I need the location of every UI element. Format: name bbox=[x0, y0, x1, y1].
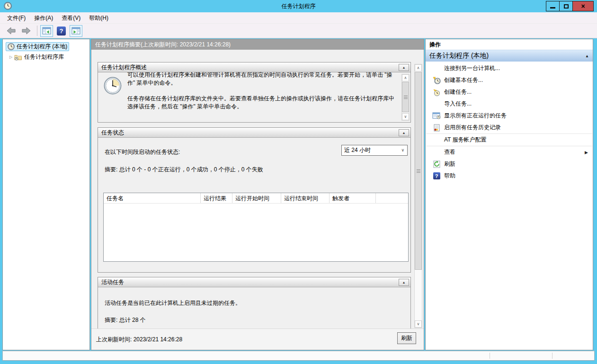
scheduler-clock-icon bbox=[8, 43, 15, 50]
close-button[interactable]: × bbox=[572, 1, 594, 11]
active-tasks-collapse-button[interactable]: ▲ bbox=[399, 279, 409, 286]
forward-arrow-icon bbox=[21, 27, 31, 35]
back-arrow-icon bbox=[7, 27, 16, 35]
period-dropdown[interactable]: 近 24 小时 ∨ bbox=[341, 145, 408, 156]
overview-scrollbar[interactable]: ∧ ∨ bbox=[401, 74, 410, 121]
main-scrollbar-thumb[interactable] bbox=[415, 72, 422, 270]
panes-container: 任务计划程序 (本地) ▷ 任务计划程序库 任务计划程序摘要(上次刷新时间: 2… bbox=[0, 39, 597, 350]
tree-item-label: 任务计划程序 (本地) bbox=[17, 43, 67, 51]
actions-group-title: 任务计划程序 (本地) bbox=[429, 52, 585, 60]
toggle-action-pane-button[interactable] bbox=[70, 25, 82, 37]
toggle-console-tree-button[interactable] bbox=[40, 25, 53, 37]
tree-item-label: 任务计划程序库 bbox=[24, 53, 64, 61]
action-import-task[interactable]: 导入任务... bbox=[426, 98, 593, 110]
actions-group-header[interactable]: 任务计划程序 (本地) ▲ bbox=[426, 50, 593, 62]
expander-icon[interactable]: ▷ bbox=[9, 55, 14, 59]
action-pane-icon bbox=[71, 27, 80, 35]
column-header-task-name[interactable]: 任务名 bbox=[104, 193, 201, 203]
tree-item-task-scheduler-local[interactable]: 任务计划程序 (本地) bbox=[6, 42, 69, 51]
summary-header: 任务计划程序摘要(上次刷新时间: 2023/2/21 14:26:28) bbox=[91, 39, 424, 50]
menu-action[interactable]: 操作(A) bbox=[30, 12, 57, 24]
task-status-collapse-button[interactable]: ▲ bbox=[399, 129, 409, 136]
task-status-table: 任务名 运行结果 运行开始时间 运行结束时间 触发者 bbox=[103, 193, 409, 262]
window-controls: × bbox=[546, 1, 594, 11]
menu-help[interactable]: 帮助(H) bbox=[85, 12, 113, 24]
status-bar-separator bbox=[552, 353, 552, 359]
running-tasks-icon bbox=[432, 112, 441, 119]
task-status-title: 任务状态 bbox=[101, 129, 399, 137]
scroll-down-icon[interactable]: ∨ bbox=[402, 113, 409, 120]
action-label: 查看 bbox=[444, 148, 455, 156]
overview-text: 可以使用任务计划程序来创建和管理计算机将在所指定的时间自动执行的常见任务。若要开… bbox=[127, 71, 397, 118]
refresh-icon bbox=[433, 160, 440, 168]
menu-bar: 文件(F) 操作(A) 查看(V) 帮助(H) bbox=[0, 12, 597, 24]
last-refresh-time: 上次刷新时间: 2023/2/21 14:26:28 bbox=[96, 336, 182, 344]
console-tree-icon bbox=[42, 27, 51, 35]
scroll-up-icon[interactable]: ∧ bbox=[402, 74, 409, 81]
action-label: 导入任务... bbox=[444, 100, 472, 108]
chevron-down-icon: ∨ bbox=[401, 145, 404, 155]
help-toolbar-button[interactable]: ? bbox=[55, 25, 68, 37]
action-view[interactable]: 查看 ▶ bbox=[426, 146, 593, 158]
action-create-task[interactable]: 创建任务... bbox=[426, 86, 593, 98]
back-button[interactable] bbox=[5, 25, 18, 37]
action-at-service-account-config[interactable]: AT 服务帐户配置 bbox=[426, 134, 593, 146]
refresh-button[interactable]: 刷新 bbox=[397, 332, 416, 344]
active-tasks-section-header: 活动任务 ▲ bbox=[98, 277, 410, 287]
summary-footer: 上次刷新时间: 2023/2/21 14:26:28 刷新 bbox=[91, 328, 424, 350]
action-refresh[interactable]: 刷新 bbox=[426, 158, 593, 170]
submenu-arrow-icon: ▶ bbox=[585, 150, 588, 155]
task-status-summary: 摘要: 总计 0 个 - 0 个正在运行，0 个成功，0 个停止，0 个失败 bbox=[105, 166, 263, 174]
column-header-empty[interactable] bbox=[376, 193, 408, 203]
console-tree-pane: 任务计划程序 (本地) ▷ 任务计划程序库 bbox=[2, 39, 90, 350]
task-status-section-header: 任务状态 ▲ bbox=[98, 128, 410, 138]
column-header-triggered-by[interactable]: 触发者 bbox=[330, 193, 376, 203]
scroll-grip bbox=[417, 169, 420, 173]
title-bar: 任务计划程序 × bbox=[0, 0, 597, 12]
help-icon: ? bbox=[433, 172, 440, 179]
scroll-down-icon[interactable]: ∨ bbox=[415, 320, 422, 328]
action-label: 启用所有任务历史记录 bbox=[444, 124, 501, 132]
create-basic-task-icon bbox=[433, 77, 441, 84]
action-label: 创建任务... bbox=[444, 88, 472, 96]
scroll-grip bbox=[404, 96, 408, 99]
action-create-basic-task[interactable]: 创建基本任务... bbox=[426, 74, 593, 86]
collapse-icon: ▲ bbox=[402, 281, 406, 284]
window-title: 任务计划程序 bbox=[0, 0, 597, 12]
action-label: 显示所有正在运行的任务 bbox=[444, 112, 507, 120]
active-tasks-title: 活动任务 bbox=[101, 278, 399, 286]
column-header-run-result[interactable]: 运行结果 bbox=[201, 193, 232, 203]
toolbar-separator bbox=[37, 26, 37, 36]
action-connect-to-another-computer[interactable]: 连接到另一台计算机... bbox=[426, 62, 593, 74]
overview-clock-icon bbox=[104, 77, 122, 95]
maximize-button[interactable] bbox=[559, 1, 573, 11]
action-enable-all-task-history[interactable]: 启用所有任务历史记录 bbox=[426, 122, 593, 133]
summary-pane: 任务计划程序摘要(上次刷新时间: 2023/2/21 14:26:28) 任务计… bbox=[91, 39, 424, 350]
actions-pane: 操作 任务计划程序 (本地) ▲ 连接到另一台计算机... 创建基本任务... bbox=[425, 39, 593, 350]
collapse-icon: ▲ bbox=[585, 54, 589, 58]
active-tasks-section: 活动任务 ▲ 活动任务是当前已在此计算机上启用且未过期的任务。 摘要: 总计 2… bbox=[98, 277, 411, 328]
menu-view[interactable]: 查看(V) bbox=[57, 12, 85, 24]
action-label: 创建基本任务... bbox=[444, 76, 483, 84]
main-scrollbar[interactable]: ∧ ∨ bbox=[414, 64, 422, 328]
task-status-section: 任务状态 ▲ 在以下时间段启动的任务状态: 近 24 小时 ∨ 摘要: 总计 0… bbox=[98, 127, 411, 273]
column-header-run-start[interactable]: 运行开始时间 bbox=[232, 193, 281, 203]
overview-title: 任务计划程序概述 bbox=[101, 63, 399, 71]
overview-scrollbar-thumb[interactable] bbox=[402, 82, 409, 112]
tree-item-task-scheduler-library[interactable]: ▷ 任务计划程序库 bbox=[9, 53, 64, 62]
minimize-button[interactable] bbox=[546, 1, 560, 11]
scroll-up-icon[interactable]: ∧ bbox=[415, 64, 422, 71]
column-header-run-end[interactable]: 运行结束时间 bbox=[281, 193, 330, 203]
menu-file[interactable]: 文件(F) bbox=[3, 12, 30, 24]
action-display-running-tasks[interactable]: 显示所有正在运行的任务 bbox=[426, 110, 593, 122]
active-tasks-description: 活动任务是当前已在此计算机上启用且未过期的任务。 bbox=[105, 299, 241, 307]
action-label: 刷新 bbox=[444, 160, 455, 168]
overview-collapse-button[interactable]: ▲ bbox=[399, 64, 409, 71]
table-header-row: 任务名 运行结果 运行开始时间 运行结束时间 触发者 bbox=[104, 193, 408, 204]
forward-button[interactable] bbox=[19, 25, 32, 37]
action-help[interactable]: ? 帮助 bbox=[426, 170, 593, 182]
collapse-icon: ▲ bbox=[402, 66, 406, 69]
status-bar-separator bbox=[490, 353, 490, 359]
close-icon: × bbox=[581, 2, 585, 10]
action-label: 连接到另一台计算机... bbox=[444, 64, 500, 72]
